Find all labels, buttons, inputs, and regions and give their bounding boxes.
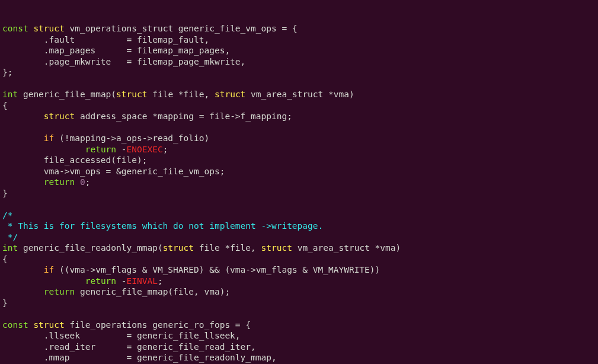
keyword-const: const xyxy=(2,320,28,330)
comment-line: /* xyxy=(2,210,12,220)
code-text xyxy=(2,133,44,143)
code-text: file_operations generic_ro_fops = { xyxy=(65,320,251,330)
error-const: ENOEXEC xyxy=(127,145,163,154)
code-text: generic_file_readonly_mmap( xyxy=(18,243,162,253)
code-text: .map_pages = filemap_map_pages, xyxy=(2,46,230,55)
code-text: } xyxy=(2,298,8,308)
error-const: EINVAL xyxy=(127,276,158,286)
code-text: { xyxy=(2,101,8,110)
code-text: ; xyxy=(158,276,163,286)
keyword-const: const xyxy=(2,24,28,33)
code-text: generic_file_mmap( xyxy=(18,90,116,99)
code-text: .read_iter = generic_file_read_iter, xyxy=(2,342,256,352)
comment-line: */ xyxy=(2,232,18,242)
code-text xyxy=(2,177,44,187)
code-text: file *file, xyxy=(147,90,215,99)
code-text xyxy=(2,111,44,121)
code-viewer[interactable]: const struct vm_operations_struct generi… xyxy=(2,23,596,364)
keyword-return: return xyxy=(44,287,75,296)
code-text xyxy=(2,265,44,274)
code-text: vm_area_struct *vma) xyxy=(292,243,401,253)
keyword-if: if xyxy=(44,265,54,274)
code-text: vma->vm_ops = &generic_file_vm_ops; xyxy=(2,167,225,176)
code-text: .page_mkwrite = filemap_page_mkwrite, xyxy=(2,57,245,66)
code-text: vm_area_struct *vma) xyxy=(245,90,354,99)
keyword-struct: struct xyxy=(215,90,245,99)
code-text: generic_file_mmap(file, vma); xyxy=(75,287,230,296)
code-text: ; xyxy=(85,177,91,187)
keyword-return: return xyxy=(44,177,75,187)
code-text xyxy=(2,145,85,154)
code-text xyxy=(2,287,44,296)
code-text xyxy=(2,276,85,286)
code-text: { xyxy=(2,254,8,264)
code-text: vm_operations_struct generic_file_vm_ops… xyxy=(65,24,298,33)
code-text: (!mapping->a_ops->read_folio) xyxy=(54,133,209,143)
code-text: .llseek = generic_file_llseek, xyxy=(2,331,241,340)
keyword-if: if xyxy=(44,133,54,143)
code-text: }; xyxy=(2,68,12,77)
keyword-struct: struct xyxy=(163,243,194,253)
code-text: .mmap = generic_file_readonly_mmap, xyxy=(2,353,277,362)
keyword-struct: struct xyxy=(33,24,64,33)
code-text: } xyxy=(2,189,8,198)
keyword-int: int xyxy=(2,90,18,99)
keyword-struct: struct xyxy=(116,90,147,99)
keyword-return: return xyxy=(85,145,116,154)
code-text: ; xyxy=(163,145,168,154)
code-text xyxy=(75,177,80,187)
keyword-return: return xyxy=(85,276,116,286)
code-text: file *file, xyxy=(194,243,261,253)
keyword-struct: struct xyxy=(44,111,75,121)
numeric-literal: 0 xyxy=(80,177,85,187)
code-text: address_space *mapping = file->f_mapping… xyxy=(75,111,292,121)
keyword-struct: struct xyxy=(33,320,64,330)
code-text: ((vma->vm_flags & VM_SHARED) && (vma->vm… xyxy=(54,265,380,274)
comment-line: * This is for filesystems which do not i… xyxy=(2,221,323,231)
keyword-struct: struct xyxy=(261,243,292,253)
code-text: - xyxy=(116,145,126,154)
code-text: - xyxy=(116,276,126,286)
code-text: .fault = filemap_fault, xyxy=(2,35,209,44)
code-text: file_accessed(file); xyxy=(2,155,147,165)
keyword-int: int xyxy=(2,243,18,253)
